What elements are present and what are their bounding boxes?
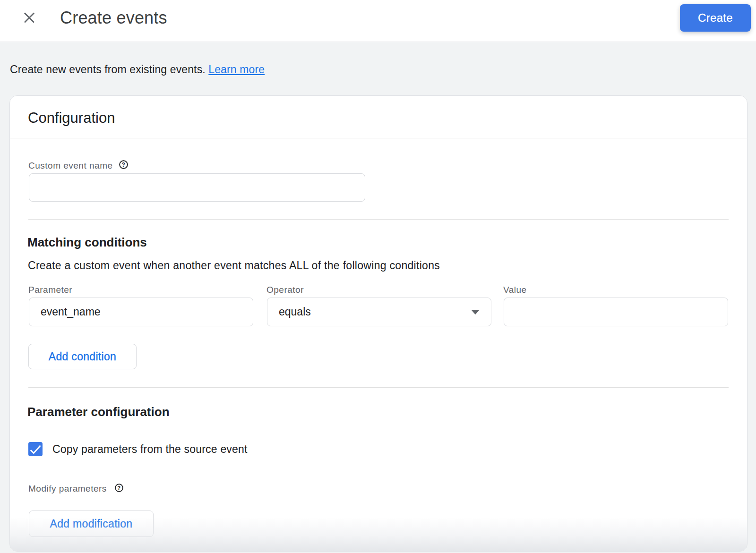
svg-text:?: ? [121,162,125,168]
svg-text:?: ? [117,485,120,491]
